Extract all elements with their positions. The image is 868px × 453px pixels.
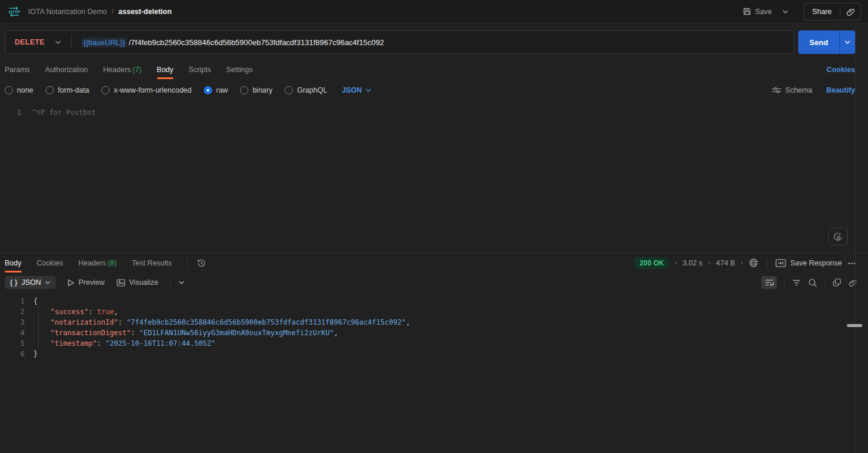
response-history-icon[interactable]: [197, 258, 206, 268]
save-button[interactable]: Save: [743, 7, 772, 16]
body-type-row: none form-data x-www-form-urlencoded raw…: [0, 82, 855, 98]
line-number: 6: [0, 349, 25, 359]
response-toolbar-actions: [761, 276, 856, 289]
send-button[interactable]: Send: [798, 30, 839, 54]
status-badge[interactable]: 200 OK: [634, 257, 669, 269]
request-url-bar: DELETE {{baseURL}} /7f4feb9cb2560c358846…: [5, 30, 794, 54]
raw-language-selector[interactable]: JSON: [342, 86, 371, 94]
visualize-button[interactable]: Visualize: [117, 278, 159, 287]
scrollbar-thumb[interactable]: [847, 324, 862, 327]
radio-graphql[interactable]: GraphQL: [285, 86, 327, 94]
save-button-label: Save: [755, 8, 772, 16]
radio-x-www-form-urlencoded[interactable]: x-www-form-urlencoded: [101, 86, 192, 94]
meta-separator-dot: [741, 262, 743, 264]
response-panel: Body Cookies Headers(8) Test Results 200…: [0, 253, 868, 453]
tab-settings[interactable]: Settings: [226, 66, 252, 74]
share-button-group: Share: [804, 3, 861, 21]
tab-authorization[interactable]: Authorization: [45, 66, 88, 74]
send-button-group: Send: [798, 30, 855, 54]
radio-none[interactable]: none: [5, 86, 33, 94]
response-format-label: JSON: [22, 278, 41, 287]
schema-button[interactable]: Schema: [772, 86, 812, 94]
postbot-icon: [833, 231, 843, 241]
language-chevron-down-icon: [365, 88, 371, 92]
line-number: 1: [0, 296, 25, 306]
postbot-hint-text: ^⌥P for Postbot: [32, 108, 95, 117]
response-size[interactable]: 474 B: [716, 259, 736, 267]
radio-binary[interactable]: binary: [240, 86, 272, 94]
body-actions: Schema Beautify: [772, 86, 855, 94]
method-selector[interactable]: DELETE: [5, 38, 53, 46]
copy-icon[interactable]: [833, 278, 841, 287]
floppy-save-icon: [743, 7, 751, 16]
save-response-icon: [775, 259, 786, 267]
code-line: 5 "timestamp": "2025-10-16T11:07:44.505Z…: [0, 338, 868, 349]
search-icon[interactable]: [808, 278, 817, 287]
response-body-viewer[interactable]: 1 { 2 "success": true, 3 "notarizationId…: [0, 292, 868, 359]
wrap-text-icon[interactable]: [761, 276, 777, 289]
url-path[interactable]: /7f4feb9cb2560c358846c6d56b5900eb753fdfa…: [129, 38, 384, 47]
breadcrumb-request-name[interactable]: assest-deletion: [118, 8, 172, 16]
share-button[interactable]: Share: [804, 8, 840, 16]
radio-circle-icon: [285, 86, 293, 94]
response-toolbar: { } JSON Preview Visualize: [0, 273, 868, 292]
response-tab-test-results[interactable]: Test Results: [132, 259, 172, 267]
viewer-more: [170, 278, 184, 287]
http-method-icon: HTTP: [7, 6, 21, 18]
radio-selected-icon: [204, 86, 212, 94]
editor-line: 1 ^⌥P for Postbot: [0, 101, 855, 117]
headers-count: (7): [132, 66, 141, 74]
raw-language-label: JSON: [342, 86, 362, 94]
url-base-variable[interactable]: {{baseURL}}: [81, 38, 127, 47]
play-icon: [67, 279, 74, 287]
request-tabs: Params Authorization Headers(7) Body Scr…: [0, 61, 855, 79]
radio-form-data[interactable]: form-data: [46, 86, 90, 94]
line-number: 5: [0, 338, 25, 349]
viewer-chevron-down-icon[interactable]: [179, 281, 184, 284]
response-header: Body Cookies Headers(8) Test Results 200…: [0, 253, 868, 273]
visualize-label: Visualize: [129, 278, 159, 287]
code-line: 3 "notarizationId": "7f4feb9cb2560c35884…: [0, 317, 868, 328]
line-number: 4: [0, 328, 25, 338]
response-tab-body[interactable]: Body: [5, 259, 22, 267]
editor-scroll-edge: [848, 101, 848, 253]
send-options-chevron-down-icon[interactable]: [839, 30, 855, 54]
beautify-button[interactable]: Beautify: [826, 86, 855, 94]
right-gutter-border: [855, 23, 856, 453]
response-scroll-edge: [846, 253, 846, 453]
sliders-icon: [772, 87, 781, 94]
image-icon: [117, 279, 125, 287]
response-meta: 200 OK 3.02 s 474 B: [634, 257, 856, 269]
radio-circle-icon: [5, 86, 13, 94]
breadcrumb-collection[interactable]: IOTA Notarization Demo: [28, 8, 107, 16]
braces-icon: { }: [10, 278, 18, 287]
preview-button[interactable]: Preview: [67, 278, 104, 287]
tab-scripts[interactable]: Scripts: [189, 66, 211, 74]
code-line: 6 }: [0, 349, 868, 359]
response-meta-divider: [767, 258, 767, 268]
postbot-button[interactable]: [828, 227, 848, 246]
meta-separator-dot: [709, 262, 710, 264]
request-body-editor[interactable]: 1 ^⌥P for Postbot: [0, 101, 855, 253]
tab-params[interactable]: Params: [5, 66, 30, 74]
url-input[interactable]: {{baseURL}} /7f4feb9cb2560c358846c6d56b5…: [81, 38, 384, 47]
toolbar-divider: [784, 278, 785, 287]
code-line: 1 {: [0, 296, 868, 306]
method-chevron-down-icon[interactable]: [53, 40, 71, 44]
url-bar-divider: [71, 35, 72, 49]
header-actions: Save Share: [743, 3, 861, 21]
response-time[interactable]: 3.02 s: [682, 259, 702, 267]
cookies-link[interactable]: Cookies: [826, 66, 855, 74]
filter-icon[interactable]: [792, 280, 801, 286]
tab-body[interactable]: Body: [157, 66, 174, 74]
copy-link-icon[interactable]: [840, 7, 860, 16]
response-format-selector[interactable]: { } JSON: [5, 276, 56, 289]
network-globe-icon[interactable]: [749, 258, 758, 268]
radio-raw[interactable]: raw: [204, 86, 228, 94]
meta-separator-dot: [675, 262, 676, 264]
response-tab-cookies[interactable]: Cookies: [37, 259, 63, 267]
save-options-chevron-down-icon[interactable]: [778, 8, 793, 16]
save-response-button[interactable]: Save Response: [775, 259, 842, 267]
tab-headers[interactable]: Headers(7): [103, 66, 142, 74]
response-tab-headers[interactable]: Headers(8): [78, 259, 117, 267]
